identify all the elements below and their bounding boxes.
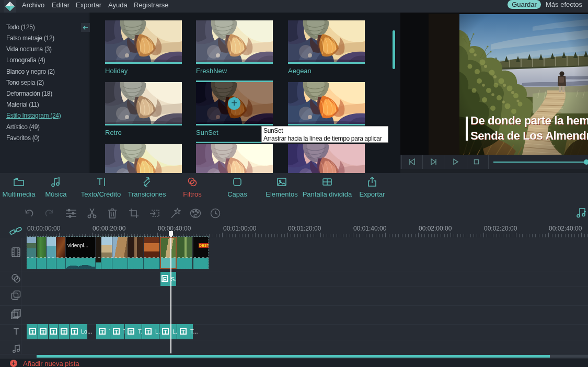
svg-text:De donde parte la hem: De donde parte la hem xyxy=(470,114,588,127)
svg-text:Senda de Los Almendr: Senda de Los Almendr xyxy=(470,129,588,142)
